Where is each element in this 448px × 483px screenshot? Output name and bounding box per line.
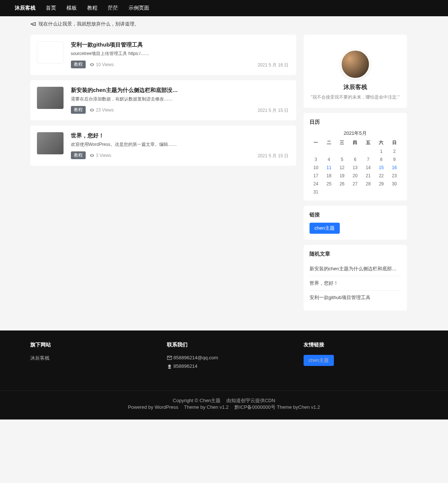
calendar-day[interactable]: 11 bbox=[322, 165, 335, 170]
post-date: 2021 5 月 16 日 bbox=[257, 62, 288, 68]
footer-col-friends: 友情链接 chen主题 bbox=[304, 342, 418, 372]
calendar-day: 20 bbox=[349, 173, 362, 178]
footer-friend-link-chen[interactable]: chen主题 bbox=[304, 355, 334, 366]
calendar-blank bbox=[335, 149, 348, 154]
post-views-text: 23 Views bbox=[96, 107, 114, 113]
profile-name: 沐辰客栈 bbox=[310, 83, 401, 91]
post-tag[interactable]: 教程 bbox=[71, 151, 86, 159]
footer-email: 858896214@qq.com bbox=[167, 355, 281, 360]
random-item[interactable]: 安利一款github项目管理工具 bbox=[310, 291, 401, 305]
footer-heading-sites: 旗下网站 bbox=[30, 342, 145, 348]
post-title[interactable]: 安利一款github项目管理工具 bbox=[71, 41, 289, 48]
nav-item-tutorial[interactable]: 教程 bbox=[87, 5, 98, 11]
avatar bbox=[341, 49, 370, 79]
footer: 旗下网站 沐辰客栈 联系我们 858896214@qq.com 85889621… bbox=[0, 330, 448, 419]
calendar-blank bbox=[322, 149, 335, 154]
calendar-day: 12 bbox=[335, 165, 348, 170]
svg-point-0 bbox=[168, 364, 171, 367]
post-views: 3 Views bbox=[89, 153, 112, 158]
calendar-day[interactable]: 16 bbox=[388, 165, 401, 170]
icp-text: 黔ICP备0000000号 Theme byChen v1.2 bbox=[235, 404, 320, 410]
calendar-weekday: 五 bbox=[362, 140, 375, 146]
post-title[interactable]: 新安装的chen主题为什么侧边栏和底部没… bbox=[71, 87, 289, 94]
footer-qq: 858896214 bbox=[167, 363, 281, 369]
random-widget: 随机文章 新安装的chen主题为什么侧边栏和底部没…世界，您好！安利一款gith… bbox=[304, 245, 407, 311]
calendar-weekday: 三 bbox=[335, 140, 348, 146]
post-thumbnail bbox=[37, 132, 64, 154]
footer-heading-friends: 友情链接 bbox=[304, 342, 418, 348]
random-list: 新安装的chen主题为什么侧边栏和底部没…世界，您好！安利一款github项目管… bbox=[310, 262, 401, 305]
calendar-day: 3 bbox=[310, 157, 322, 162]
post-tag[interactable]: 教程 bbox=[71, 61, 86, 68]
megaphone-icon bbox=[30, 21, 36, 27]
random-heading: 随机文章 bbox=[310, 251, 401, 257]
nav-item-sample[interactable]: 示例页面 bbox=[129, 5, 149, 11]
svg-point-1 bbox=[168, 367, 171, 369]
top-nav: 沐辰客栈 首页 模板 教程 茫茫 示例页面 bbox=[0, 0, 448, 16]
nav-item-home[interactable]: 首页 bbox=[46, 5, 56, 11]
mail-icon bbox=[167, 355, 172, 360]
calendar-caption: 2021年5月 bbox=[310, 130, 401, 137]
calendar-day: 25 bbox=[322, 181, 335, 186]
nav-item-template[interactable]: 模板 bbox=[66, 5, 77, 11]
post-card[interactable]: 世界，您好！ 欢迎使用WordPress。这是您的第一篇文章。编辑…… 教程 3… bbox=[30, 126, 296, 166]
calendar-day: 26 bbox=[335, 181, 348, 186]
calendar-day: 18 bbox=[322, 173, 335, 178]
calendar-day: 21 bbox=[362, 173, 375, 178]
calendar-day: 28 bbox=[362, 181, 375, 186]
calendar-day: 1 bbox=[375, 149, 388, 154]
calendar-heading: 日历 bbox=[310, 119, 401, 126]
post-views-text: 3 Views bbox=[96, 153, 112, 158]
links-widget: 链接 chen主题 bbox=[304, 206, 407, 240]
post-views-text: 10 Views bbox=[96, 62, 114, 67]
calendar-day[interactable]: 15 bbox=[375, 165, 388, 170]
calendar-blank bbox=[349, 149, 362, 154]
post-thumbnail bbox=[37, 87, 64, 109]
calendar-day: 6 bbox=[349, 157, 362, 162]
post-excerpt: 欢迎使用WordPress。这是您的第一篇文章。编辑…… bbox=[71, 141, 289, 148]
nav-item-mangmang[interactable]: 茫茫 bbox=[108, 5, 118, 11]
links-heading: 链接 bbox=[310, 212, 401, 218]
powered-by-text: Powered by WordPress bbox=[128, 404, 178, 410]
calendar-weekday: 六 bbox=[375, 140, 388, 146]
random-item[interactable]: 世界，您好！ bbox=[310, 276, 401, 291]
post-views: 23 Views bbox=[89, 107, 114, 113]
calendar-grid: 一二三四五六日 12345678910111213141516171819202… bbox=[310, 140, 401, 195]
nav-brand[interactable]: 沐辰客栈 bbox=[15, 5, 35, 11]
calendar-day: 27 bbox=[349, 181, 362, 186]
post-tag[interactable]: 教程 bbox=[71, 106, 86, 114]
theme-by-text: Theme by Chen v1.2 bbox=[184, 404, 229, 410]
footer-qq-text: 858896214 bbox=[174, 363, 198, 369]
footer-site-link[interactable]: 沐辰客栈 bbox=[30, 355, 49, 362]
calendar-day: 5 bbox=[335, 157, 348, 162]
calendar-day: 4 bbox=[322, 157, 335, 162]
calendar-widget: 日历 2021年5月 一二三四五六日 123456789101112131415… bbox=[304, 113, 407, 201]
calendar-day: 10 bbox=[310, 165, 322, 170]
post-title[interactable]: 世界，您好！ bbox=[71, 132, 289, 139]
link-button-chen[interactable]: chen主题 bbox=[310, 223, 340, 234]
calendar-weekday: 四 bbox=[349, 140, 362, 146]
calendar-day: 14 bbox=[362, 165, 375, 170]
calendar-day: 30 bbox=[388, 181, 401, 186]
post-views: 10 Views bbox=[89, 62, 114, 67]
calendar-weekday: 一 bbox=[310, 140, 322, 146]
post-date: 2021 5 月 15 日 bbox=[257, 107, 288, 114]
calendar-blank bbox=[310, 149, 322, 154]
main-content: 安利一款github项目管理工具 sourcetree项目上传管理工具 http… bbox=[30, 35, 296, 316]
footer-email-text: 858896214@qq.com bbox=[174, 355, 218, 360]
announcement-bar: 现在什么让我景，我就想放弃什么，别讲道理。 bbox=[30, 16, 418, 30]
random-item[interactable]: 新安装的chen主题为什么侧边栏和底部没… bbox=[310, 262, 401, 276]
eye-icon bbox=[89, 107, 95, 113]
footer-col-sites: 旗下网站 沐辰客栈 bbox=[30, 342, 145, 372]
post-excerpt: sourcetree项目上传管理工具 https:/…… bbox=[71, 51, 289, 57]
footer-heading-contact: 联系我们 bbox=[167, 342, 281, 348]
copyright-text: Copyright © Chen主题 bbox=[173, 398, 221, 403]
footer-bottom: Copyright © Chen主题 由知道创宇云提供CDN Powered b… bbox=[0, 390, 448, 419]
post-card[interactable]: 安利一款github项目管理工具 sourcetree项目上传管理工具 http… bbox=[30, 35, 296, 75]
calendar-day: 17 bbox=[310, 173, 322, 178]
footer-col-contact: 联系我们 858896214@qq.com 858896214 bbox=[167, 342, 281, 372]
calendar-weekday: 二 bbox=[322, 140, 335, 146]
calendar-day: 7 bbox=[362, 157, 375, 162]
post-card[interactable]: 新安装的chen主题为什么侧边栏和底部没… 需要在后台添加数据，有默认数据复制进… bbox=[30, 80, 296, 120]
post-date: 2021 5 月 15 日 bbox=[257, 153, 288, 159]
